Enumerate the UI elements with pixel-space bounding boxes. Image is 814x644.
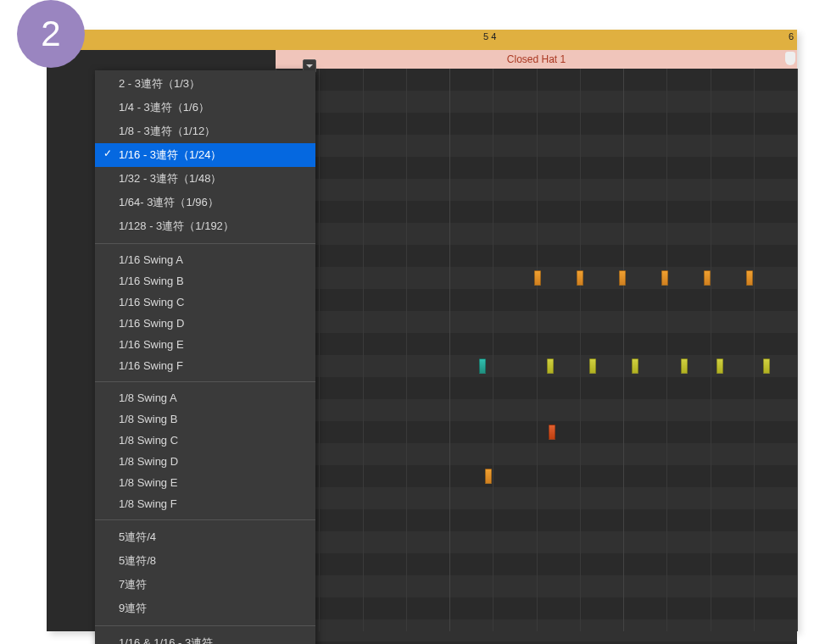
quantize-menu-item[interactable]: 5連符/8 <box>95 549 315 573</box>
midi-note[interactable] <box>746 270 753 286</box>
grid-line <box>754 69 755 631</box>
step-number-badge: 2 <box>17 0 85 68</box>
grid-line <box>711 69 711 631</box>
midi-note[interactable] <box>619 270 626 286</box>
midi-note[interactable] <box>549 425 555 440</box>
app-window: 5 4 6 Closed Hat 1 se se dge sh o 2 - 3連… <box>47 30 797 631</box>
quantize-menu-item[interactable]: 1/8 Swing E <box>95 472 315 493</box>
quantize-menu-item[interactable]: 1/64- 3連符（1/96） <box>95 191 315 214</box>
menu-divider <box>95 519 315 520</box>
midi-note[interactable] <box>704 270 711 286</box>
quantize-menu-item[interactable]: 7連符 <box>95 573 315 597</box>
midi-note[interactable] <box>479 358 486 374</box>
quantize-menu-item[interactable]: 1/8 Swing B <box>95 408 315 430</box>
midi-note[interactable] <box>632 358 638 374</box>
quantize-menu-item[interactable]: 1/32 - 3連符（1/48） <box>95 167 315 191</box>
piano-roll-grid[interactable] <box>276 69 797 631</box>
quantize-menu-item[interactable]: 1/16 Swing B <box>95 270 315 291</box>
midi-note[interactable] <box>589 358 596 374</box>
grid-line <box>449 69 450 631</box>
midi-note[interactable] <box>547 358 554 374</box>
loop-end-marker[interactable] <box>785 52 795 65</box>
grid-line <box>666 69 667 631</box>
grid-line <box>797 69 798 631</box>
grid-line <box>406 69 407 631</box>
grid-line <box>319 69 320 631</box>
region-header[interactable]: Closed Hat 1 <box>276 50 797 69</box>
grid-line <box>363 69 364 631</box>
grid-line <box>623 69 624 631</box>
grid-line <box>493 69 493 631</box>
quantize-menu-item[interactable]: 1/8 Swing D <box>95 451 315 472</box>
quantize-menu-item[interactable]: 1/16 Swing E <box>95 334 315 355</box>
dropdown-arrow-icon <box>305 62 314 70</box>
midi-note[interactable] <box>485 469 492 484</box>
grid-line <box>537 69 538 631</box>
quantize-menu-item[interactable]: 1/16 Swing D <box>95 313 315 334</box>
step-number-text: 2 <box>41 14 60 54</box>
quantize-menu-item[interactable]: 5連符/4 <box>95 525 315 549</box>
quantize-menu-item[interactable]: 2 - 3連符（1/3） <box>95 72 315 96</box>
grid-line <box>580 69 581 631</box>
midi-note[interactable] <box>763 358 770 374</box>
ruler-end-label: 6 <box>789 31 794 42</box>
quantize-menu-item[interactable]: 1/8 - 3連符（1/12） <box>95 119 315 143</box>
quantize-menu-item[interactable]: 9連符 <box>95 597 315 620</box>
midi-note[interactable] <box>661 270 668 286</box>
region-name: Closed Hat 1 <box>507 53 566 65</box>
quantize-menu-item[interactable]: 1/128 - 3連符（1/192） <box>95 214 315 238</box>
quantize-menu-item[interactable]: 1/4 - 3連符（1/6） <box>95 96 315 119</box>
ruler-center-label: 5 4 <box>483 31 496 42</box>
midi-note[interactable] <box>716 358 723 374</box>
menu-divider <box>95 243 315 244</box>
menu-divider <box>95 625 315 626</box>
menu-divider <box>95 381 315 382</box>
midi-note[interactable] <box>577 270 583 286</box>
quantize-menu-item[interactable]: 1/16 Swing A <box>95 249 315 270</box>
midi-note[interactable] <box>534 270 541 286</box>
quantize-menu-item[interactable]: 1/8 Swing A <box>95 387 315 408</box>
quantize-menu-item[interactable]: 1/16 & 1/16 - 3連符 <box>95 631 315 644</box>
timeline-ruler[interactable]: 5 4 6 <box>276 30 797 50</box>
quantize-menu-item[interactable]: 1/8 Swing F <box>95 493 315 514</box>
midi-note[interactable] <box>681 358 688 374</box>
quantize-menu-item[interactable]: 1/16 Swing C <box>95 291 315 313</box>
quantize-menu-item[interactable]: 1/16 - 3連符（1/24） <box>95 143 315 167</box>
quantize-context-menu: 2 - 3連符（1/3）1/4 - 3連符（1/6）1/8 - 3連符（1/12… <box>95 70 315 644</box>
quantize-menu-item[interactable]: 1/8 Swing C <box>95 430 315 451</box>
quantize-menu-item[interactable]: 1/16 Swing F <box>95 355 315 376</box>
